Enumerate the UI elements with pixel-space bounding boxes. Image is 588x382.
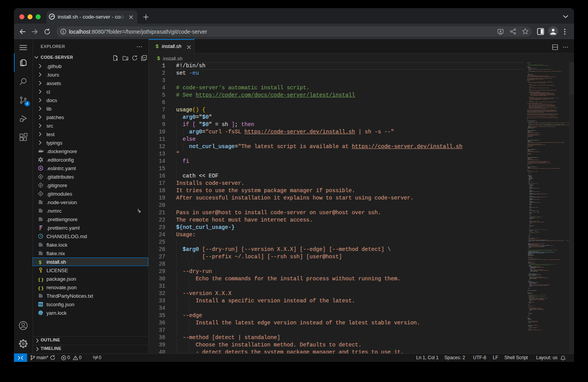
svg-text:TS: TS [39,303,43,306]
